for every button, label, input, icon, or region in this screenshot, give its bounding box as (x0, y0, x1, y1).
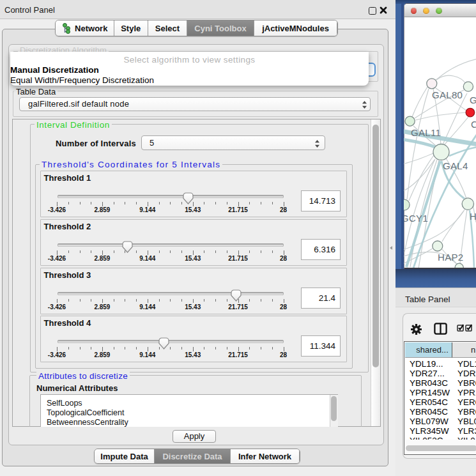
svg-text:HAP2: HAP2 (438, 252, 463, 263)
svg-text:GAL80: GAL80 (470, 95, 476, 105)
svg-text:GAL11: GAL11 (411, 127, 441, 138)
svg-text:HAP1: HAP1 (470, 211, 476, 222)
svg-text:GCY1: GCY1 (404, 213, 428, 224)
svg-text:GAL4: GAL4 (443, 160, 468, 171)
svg-text:GAL80: GAL80 (432, 89, 463, 100)
svg-text:CDC6: CDC6 (471, 119, 476, 130)
